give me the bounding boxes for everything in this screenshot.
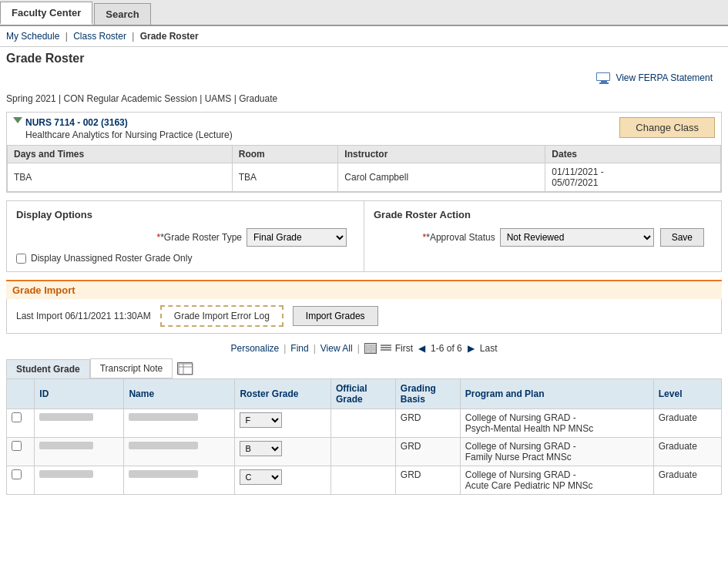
col-checkbox xyxy=(7,379,35,409)
row1-checkbox-cell xyxy=(7,409,35,438)
sched-days: TBA xyxy=(8,163,233,192)
monitor-icon xyxy=(595,72,612,84)
unassigned-label: Display Unassigned Roster Grade Only xyxy=(31,253,192,264)
schedule-table: Days and Times Room Instructor Dates TBA… xyxy=(7,145,721,192)
col-roster-grade: Roster Grade xyxy=(235,379,331,409)
row1-name xyxy=(124,409,235,438)
row3-checkbox-cell xyxy=(7,466,35,495)
grade-roster-type-label: **Grade Roster Type xyxy=(156,232,242,243)
last-import-label: Last Import 06/11/2021 11:30AM xyxy=(16,311,151,321)
row1-id xyxy=(35,409,124,438)
row1-checkbox[interactable] xyxy=(12,412,22,422)
svg-rect-6 xyxy=(366,349,371,353)
change-class-button[interactable]: Change Class xyxy=(619,117,715,138)
col-dates: Dates xyxy=(545,146,721,163)
unassigned-checkbox[interactable] xyxy=(16,254,26,264)
ferpa-row: View FERPA Statement xyxy=(0,69,728,90)
name-redacted xyxy=(129,413,198,421)
col-instructor: Instructor xyxy=(338,146,545,163)
options-row: Display Options **Grade Roster Type Fina… xyxy=(6,200,722,272)
row3-grade-select[interactable]: CABDF xyxy=(240,469,282,485)
row1-grading-basis: GRD xyxy=(395,409,460,438)
view-all-link[interactable]: View All xyxy=(320,343,353,354)
row1-roster-grade: FABCD xyxy=(235,409,331,438)
tab-student-grade[interactable]: Student Grade xyxy=(6,359,90,378)
breadcrumb-grade-roster: Grade Roster xyxy=(140,31,199,42)
row3-roster-grade: CABDF xyxy=(235,466,331,495)
row1-level: Graduate xyxy=(653,409,721,438)
last-import-value: 06/11/2021 11:30AM xyxy=(65,311,150,321)
row1-grade-select[interactable]: FABCD xyxy=(240,412,282,428)
row2-grade-select[interactable]: BACDF xyxy=(240,441,282,456)
grid-icon-1[interactable] xyxy=(364,343,377,354)
grade-action-title: Grade Roster Action xyxy=(374,209,712,220)
row1-official-grade xyxy=(330,409,395,438)
row3-program-plan: College of Nursing GRAD - Acute Care Ped… xyxy=(460,466,653,495)
prev-page-button[interactable]: ◀ xyxy=(416,343,428,354)
grade-import-header: Grade Import xyxy=(6,280,722,299)
svg-rect-1 xyxy=(601,81,607,82)
pagination-info: 1-6 of 6 xyxy=(431,343,462,354)
tab-faculty-center[interactable]: Faculty Center xyxy=(0,2,92,25)
ferpa-link[interactable]: View FERPA Statement xyxy=(595,72,713,84)
svg-rect-3 xyxy=(597,73,609,80)
id-redacted xyxy=(39,442,93,449)
svg-rect-8 xyxy=(381,345,391,346)
row3-official-grade xyxy=(330,466,395,495)
row3-level: Graduate xyxy=(653,466,721,495)
svg-rect-9 xyxy=(381,347,391,348)
save-button[interactable]: Save xyxy=(660,228,704,247)
tab-search[interactable]: Search xyxy=(94,3,150,25)
table-row: FABCD GRD College of Nursing GRAD - Psyc… xyxy=(7,409,722,438)
row1-program-plan: College of Nursing GRAD - Psych-Mental H… xyxy=(460,409,653,438)
grid-icon-2[interactable] xyxy=(380,343,392,354)
class-info: NURS 7114 - 002 (3163) Healthcare Analyt… xyxy=(25,117,619,140)
row2-roster-grade: BACDF xyxy=(235,438,331,466)
error-log-button[interactable]: Grade Import Error Log xyxy=(160,305,283,327)
page-title: Grade Roster xyxy=(0,47,728,69)
find-link[interactable]: Find xyxy=(290,343,308,354)
table-edit-icon[interactable] xyxy=(177,362,193,375)
first-label: First xyxy=(395,343,413,354)
ferpa-link-text: View FERPA Statement xyxy=(616,72,713,83)
sched-room: TBA xyxy=(232,163,338,192)
schedule-row: TBA TBA Carol Campbell 01/11/2021 - 05/0… xyxy=(8,163,721,192)
col-level: Level xyxy=(653,379,721,409)
row2-checkbox[interactable] xyxy=(12,441,22,451)
approval-status-select[interactable]: Not Reviewed Ready for Review Approved xyxy=(500,228,654,247)
grade-roster-type-select[interactable]: Final Grade Midterm Grade xyxy=(247,228,347,247)
sched-dates: 01/11/2021 - 05/07/2021 xyxy=(545,163,721,192)
svg-rect-4 xyxy=(366,345,371,348)
row3-grading-basis: GRD xyxy=(395,466,460,495)
col-id: ID xyxy=(35,379,124,409)
name-redacted xyxy=(129,442,198,449)
breadcrumb-class-roster[interactable]: Class Roster xyxy=(73,31,126,42)
personalize-link[interactable]: Personalize xyxy=(231,343,280,354)
svg-rect-11 xyxy=(179,364,193,375)
grade-tabs-row: Student Grade Transcript Note xyxy=(6,358,722,378)
approval-status-row: **Approval Status Not Reviewed Ready for… xyxy=(374,228,712,247)
table-row: BACDF GRD College of Nursing GRAD - Fami… xyxy=(7,438,722,466)
tab-bar: Faculty Center Search xyxy=(0,0,728,26)
table-row: CABDF GRD College of Nursing GRAD - Acut… xyxy=(7,466,722,495)
import-controls: Last Import 06/11/2021 11:30AM Grade Imp… xyxy=(16,305,712,327)
next-page-button[interactable]: ▶ xyxy=(465,343,477,354)
import-grades-button[interactable]: Import Grades xyxy=(293,306,378,326)
breadcrumb-my-schedule[interactable]: My Schedule xyxy=(6,31,59,42)
svg-rect-7 xyxy=(371,349,376,353)
session-info: Spring 2021 | CON Regular Academic Sessi… xyxy=(0,90,728,109)
grade-roster-type-row: **Grade Roster Type Final Grade Midterm … xyxy=(16,228,354,247)
row2-level: Graduate xyxy=(653,438,721,466)
row3-checkbox[interactable] xyxy=(12,469,22,479)
col-name: Name xyxy=(124,379,235,409)
class-subtitle: Healthcare Analytics for Nursing Practic… xyxy=(25,129,619,140)
sched-instructor: Carol Campbell xyxy=(338,163,545,192)
class-link[interactable]: NURS 7114 - 002 (3163) xyxy=(25,117,128,128)
col-room: Room xyxy=(232,146,338,163)
unassigned-checkbox-row: Display Unassigned Roster Grade Only xyxy=(16,253,354,264)
breadcrumb: My Schedule | Class Roster | Grade Roste… xyxy=(0,26,728,47)
chevron-down-icon[interactable] xyxy=(13,117,22,123)
col-official-grade: Official Grade xyxy=(330,379,395,409)
tab-transcript-note[interactable]: Transcript Note xyxy=(90,358,173,378)
table-controls: Personalize | Find | View All | First ◀ … xyxy=(0,338,728,358)
